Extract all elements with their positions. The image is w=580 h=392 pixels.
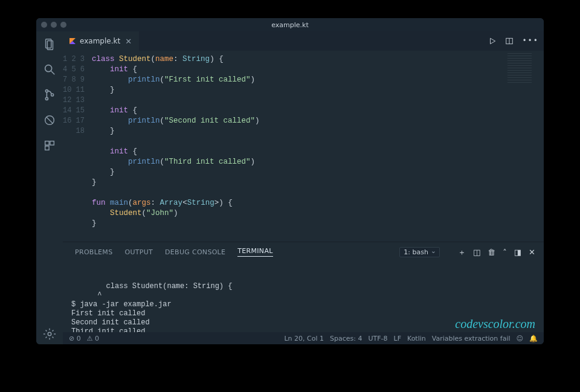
close-panel-icon[interactable]: ✕ [529,248,535,256]
status-bar: ⊘ 0 ⚠ 0 Ln 20, Col 1 Spaces: 4 UTF-8 LF … [63,332,544,344]
source-control-icon[interactable] [43,88,56,101]
run-icon[interactable] [488,37,497,45]
svg-marker-15 [491,38,495,43]
status-extension[interactable]: Variables extraction fail [432,335,511,342]
activity-bar [36,31,63,344]
status-warnings[interactable]: ⚠ 0 [87,335,99,342]
search-icon[interactable] [43,63,56,76]
tab-bar: example.kt ✕ ••• [63,31,544,51]
extensions-icon[interactable] [43,139,56,152]
editor-actions: ••• [488,37,539,45]
svg-rect-11 [45,146,48,150]
close-tab-icon[interactable]: ✕ [124,37,133,46]
svg-point-5 [45,97,48,100]
more-actions-icon[interactable]: ••• [522,37,539,45]
svg-line-8 [46,117,53,124]
titlebar: example.kt [36,18,544,31]
code-area[interactable]: class Student(name: String) { init { pri… [89,51,544,242]
feedback-icon[interactable]: ☺ [517,335,523,342]
tab-terminal[interactable]: TERMINAL [237,247,272,257]
svg-point-4 [45,90,48,92]
status-cursor[interactable]: Ln 20, Col 1 [284,335,324,342]
svg-point-6 [51,94,53,96]
editor-window: example.kt example.kt ✕ [36,18,544,344]
status-errors[interactable]: ⊘ 0 [69,335,81,342]
gear-icon[interactable] [43,327,56,341]
watermark: codevscolor.com [455,320,535,329]
svg-point-12 [48,332,51,336]
editor[interactable]: 1 2 3 4 5 6 7 8 9 10 11 12 13 14 15 16 1… [63,51,544,242]
tab-filename: example.kt [80,37,120,45]
status-language[interactable]: Kotlin [407,335,426,342]
terminal-output[interactable]: class Student(name: String) { ^ $ java -… [63,262,544,332]
maximize-panel-icon[interactable]: ˄ [503,248,507,256]
tab-problems[interactable]: PROBLEMS [75,248,112,256]
split-editor-icon[interactable] [505,37,514,45]
svg-line-3 [51,71,54,75]
toggle-panel-icon[interactable]: ◨ [514,248,521,256]
window-title: example.kt [36,21,544,29]
status-encoding[interactable]: UTF-8 [368,335,387,342]
svg-rect-10 [50,141,53,145]
status-indent[interactable]: Spaces: 4 [330,335,362,342]
tab-example-kt[interactable]: example.kt ✕ [63,31,140,51]
kotlin-file-icon [69,37,76,45]
bottom-panel: PROBLEMS OUTPUT DEBUG CONSOLE TERMINAL 1… [63,242,544,332]
svg-rect-9 [45,141,48,145]
terminal-selector[interactable]: 1: bash [399,247,440,257]
svg-point-2 [45,65,51,72]
new-terminal-icon[interactable]: ＋ [458,248,466,256]
tab-output[interactable]: OUTPUT [124,248,153,256]
split-terminal-icon[interactable]: ◫ [473,248,480,256]
explorer-icon[interactable] [43,37,56,51]
status-eol[interactable]: LF [394,335,401,342]
debug-icon[interactable] [43,114,56,127]
bell-icon[interactable]: 🔔 [529,335,538,342]
line-gutter: 1 2 3 4 5 6 7 8 9 10 11 12 13 14 15 16 1… [63,51,89,242]
tab-debug-console[interactable]: DEBUG CONSOLE [165,248,225,256]
minimap[interactable] [505,53,541,83]
kill-terminal-icon[interactable]: 🗑 [488,248,495,256]
